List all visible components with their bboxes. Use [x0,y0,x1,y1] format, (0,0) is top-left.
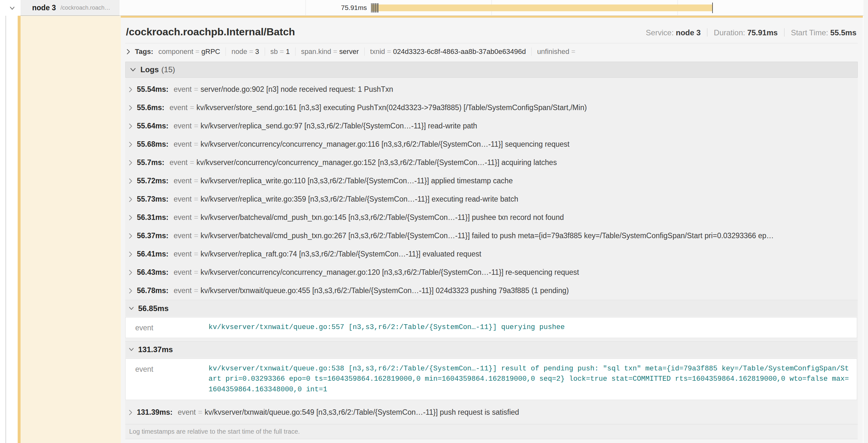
tag-key: unfinished [537,47,569,56]
equals-sign: = [195,47,199,56]
tag: unfinished= [537,47,577,56]
log-field-key: event [169,158,188,167]
log-entry[interactable]: 56.41ms: event = kv/kvserver/replica_raf… [125,245,858,263]
tag-value: 3 [255,47,259,56]
log-entry-header[interactable]: 56.85ms [125,300,858,316]
service-label: Service: [646,28,674,37]
log-field-value: kv/kvserver/concurrency/concurrency_mana… [196,158,557,167]
duration-label: Duration: [714,28,745,37]
tag-key: span.kind [301,47,331,56]
log-field-value: kv/kvserver/concurrency/concurrency_mana… [200,140,569,149]
log-field-value: kv/kvserver/replica_write.go:110 [n3,s3,… [200,176,513,185]
log-marker [375,3,376,12]
tag-key: txnid [370,47,385,56]
log-field-key: event [169,103,188,112]
field-value: kv/kvserver/txnwait/queue.go:538 [n3,s3,… [209,364,849,395]
tag-value: server [339,47,359,56]
tag-value: 1 [286,47,290,56]
span-name-box[interactable]: node 3 /cockroach.roach… [21,0,120,16]
log-field-value: kv/kvserver/replica_send.go:97 [n3,s3,r6… [200,122,477,130]
log-entry-header[interactable]: 131.37ms [125,341,858,358]
log-entry[interactable]: 131.39ms: event = kv/kvserver/txnwait/qu… [125,403,858,421]
log-field-value: kv/kvserver/txnwait/queue.go:549 [n3,s3,… [205,408,519,417]
scrollbar-track[interactable] [864,0,868,443]
chevron-down-icon[interactable] [8,4,16,13]
logs-section: Logs (15) 55.54ms: event = server/node.g… [125,62,858,439]
log-timestamp: 55.73ms: [137,195,168,204]
chevron-right-icon [128,251,133,258]
equals-sign: = [280,47,284,56]
span-color-bar [18,0,21,443]
logs-label: Logs [141,65,159,74]
log-field-key: event [174,85,191,94]
chevron-right-icon [128,232,133,239]
log-entry[interactable]: 56.43ms: event = kv/kvserver/concurrency… [125,263,858,281]
log-field-key: event [174,268,191,277]
log-field-key: event [174,286,191,295]
divider [295,47,296,56]
equals-sign: = [190,103,194,112]
divider [225,47,226,56]
divider [364,47,365,56]
chevron-right-icon [128,287,133,294]
chevron-right-icon [128,177,133,184]
equals-sign: = [194,122,198,130]
tag-key: component [158,47,193,56]
span-duration-label: 75.91ms [120,4,367,11]
span-detail-title: /cockroach.roachpb.Internal/Batch [126,26,295,38]
log-entry-expanded: 56.85ms event kv/kvserver/txnwait/queue.… [125,300,858,338]
log-entry[interactable]: 56.78ms: event = kv/kvserver/txnwait/que… [125,281,858,300]
span-duration-bar[interactable] [371,4,713,11]
log-timestamp: 55.64ms: [137,122,168,130]
tags-label: Tags: [135,47,153,56]
log-marker [375,3,375,12]
tag-key: sb [271,47,278,56]
log-fields-table: event kv/kvserver/txnwait/queue.go:557 [… [125,317,857,338]
log-marker [372,3,373,12]
log-entry[interactable]: 56.31ms: event = kv/kvserver/batcheval/c… [125,208,858,227]
equals-sign: = [190,158,194,167]
chevron-down-icon [128,347,135,352]
log-entry[interactable]: 55.7ms: event = kv/kvserver/concurrency/… [125,154,858,172]
log-entry[interactable]: 55.64ms: event = kv/kvserver/replica_sen… [125,117,858,135]
equals-sign: = [194,250,198,259]
logs-toggle[interactable]: Logs (15) [125,62,858,78]
log-timestamp: 56.31ms: [137,213,168,222]
log-field-value: kv/kvserver/replica_write.go:359 [n3,s3,… [200,195,518,204]
log-field-value: server/node.go:902 [n3] node received re… [200,85,393,94]
log-entry[interactable]: 56.37ms: event = kv/kvserver/batcheval/c… [125,227,858,245]
equals-sign: = [194,232,198,240]
tag-key: node [231,47,247,56]
equals-sign: = [194,176,198,185]
log-field-key: event [174,213,191,222]
tags-toggle[interactable]: Tags: component=gRPC node=3 sb=1 span.ki… [121,43,863,60]
log-entry[interactable]: 55.6ms: event = kv/kvserver/store_send.g… [125,99,858,117]
span-service-name: node 3 [32,3,56,12]
log-fields-table: event kv/kvserver/txnwait/queue.go:538 [… [125,359,857,400]
span-name-column: node 3 /cockroach.roach… [0,0,120,16]
log-timestamp: 56.37ms: [137,232,168,240]
equals-sign: = [194,195,198,204]
tag: node=3 [231,47,259,56]
service-value: node 3 [676,28,701,37]
log-field-key: event [174,122,191,130]
log-field-key: event [178,408,196,417]
field-value: kv/kvserver/txnwait/queue.go:557 [n3,s3,… [209,322,849,333]
log-entry[interactable]: 55.54ms: event = server/node.go:902 [n3]… [125,80,858,99]
log-entry[interactable]: 55.68ms: event = kv/kvserver/concurrency… [125,135,858,154]
log-field-value: kv/kvserver/store_send.go:161 [n3,s3] ex… [196,103,587,112]
log-timestamp: 131.39ms: [137,408,173,417]
log-timestamp: 56.85ms [138,304,169,313]
span-timeline[interactable]: 75.91ms [120,0,864,16]
chevron-right-icon [128,86,133,93]
span-overview: Service: node 3Duration: 75.91msStart Ti… [646,28,857,37]
log-entry[interactable]: 55.72ms: event = kv/kvserver/replica_wri… [125,172,858,190]
equals-sign: = [194,268,198,277]
chevron-right-icon [128,214,133,221]
chevron-right-icon [128,196,133,203]
log-field-value: kv/kvserver/batcheval/cmd_push_txn.go:26… [200,232,774,240]
tag: component=gRPC [158,47,220,56]
chevron-right-icon [128,141,133,148]
log-timestamp: 55.72ms: [137,176,168,185]
log-entry[interactable]: 55.73ms: event = kv/kvserver/replica_wri… [125,190,858,208]
